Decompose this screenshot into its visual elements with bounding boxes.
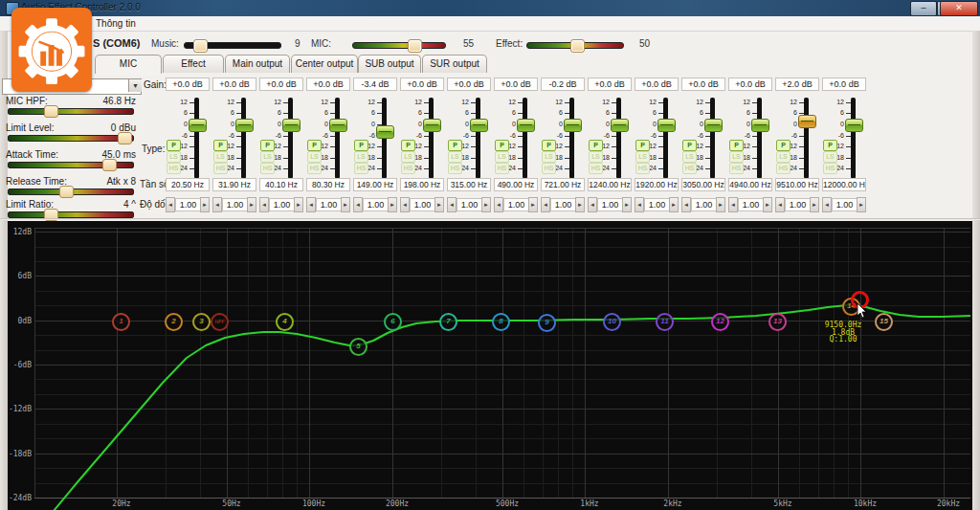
close-button[interactable]: ✕ — [940, 1, 978, 16]
band-q-value[interactable]: 1.00 — [738, 198, 764, 211]
eq-point-6[interactable]: 6 — [384, 313, 402, 331]
band-freq-value[interactable]: 31.90 Hz — [212, 178, 256, 191]
q-spinner-left-arrow[interactable]: ◄ — [400, 197, 410, 212]
band-gain-value[interactable]: +0.0 dB — [306, 78, 350, 91]
band-type-p-button[interactable]: P — [260, 140, 275, 151]
band-q-value[interactable]: 1.00 — [316, 198, 342, 211]
band-type-ls-button[interactable]: LS — [776, 151, 791, 163]
band-q-value[interactable]: 1.00 — [175, 198, 201, 211]
band-freq-value[interactable]: 40.10 Hz — [259, 178, 303, 191]
band-type-ls-button[interactable]: LS — [823, 151, 837, 163]
q-spinner-left-arrow[interactable]: ◄ — [588, 197, 597, 212]
q-spinner-right-arrow[interactable]: ► — [388, 197, 397, 212]
band-fader-handle[interactable] — [423, 119, 441, 132]
band-gain-value[interactable]: +0.0 dB — [166, 78, 210, 91]
band-type-p-button[interactable]: P — [635, 140, 650, 151]
q-spinner-right-arrow[interactable]: ► — [200, 197, 210, 212]
band-type-ls-button[interactable]: LS — [401, 151, 415, 163]
band-q-value[interactable]: 1.00 — [644, 198, 670, 211]
band-q-value[interactable]: 1.00 — [785, 198, 811, 211]
q-spinner-left-arrow[interactable]: ◄ — [775, 197, 785, 212]
band-fader-handle[interactable] — [376, 125, 394, 139]
band-fader-track[interactable] — [523, 98, 527, 179]
band-freq-value[interactable]: 721.00 Hz — [541, 178, 585, 191]
combo-dropdown-icon[interactable]: ▼ — [128, 79, 142, 92]
band-fader-track[interactable] — [241, 98, 246, 179]
band-freq-value[interactable]: 1240.00 Hz — [588, 178, 632, 191]
band-type-p-button[interactable]: P — [589, 140, 603, 151]
tab-sur-output[interactable]: SUR output — [422, 55, 487, 73]
band-fader-track[interactable] — [710, 98, 715, 179]
band-fader-track[interactable] — [663, 98, 668, 179]
band-freq-value[interactable]: 490.00 Hz — [494, 178, 538, 191]
band-fader-handle[interactable] — [751, 119, 769, 132]
eq-point-4[interactable]: 4 — [276, 313, 294, 331]
band-type-hs-button[interactable]: HS — [823, 163, 837, 174]
band-type-p-button[interactable]: P — [776, 140, 791, 151]
band-q-value[interactable]: 1.00 — [503, 198, 529, 211]
band-type-hs-button[interactable]: HS — [589, 163, 603, 174]
band-fader-handle[interactable] — [657, 119, 676, 132]
limit-ratio-slider[interactable] — [8, 211, 134, 218]
q-spinner-left-arrow[interactable]: ◄ — [353, 197, 363, 212]
band-type-ls-button[interactable]: LS — [682, 151, 697, 163]
q-spinner-left-arrow[interactable]: ◄ — [494, 197, 503, 212]
band-type-hs-button[interactable]: HS — [635, 163, 650, 174]
menu-item-thong-tin[interactable]: Thông tin — [92, 17, 140, 30]
band-fader-handle[interactable] — [845, 119, 863, 132]
band-gain-value[interactable]: +0.0 dB — [822, 78, 866, 91]
tab-main-output[interactable]: Main output — [225, 55, 290, 73]
tab-mic[interactable]: MIC — [95, 55, 162, 74]
band-type-hs-button[interactable]: HS — [354, 163, 368, 174]
band-gain-value[interactable]: -0.2 dB — [541, 78, 585, 91]
band-gain-value[interactable]: +0.0 dB — [447, 78, 491, 91]
eq-point-9[interactable]: 9 — [538, 314, 556, 332]
eq-point-10[interactable]: 10 — [603, 313, 621, 331]
q-spinner-right-arrow[interactable]: ► — [763, 197, 772, 212]
band-freq-value[interactable]: 12000.00 Hz — [822, 178, 866, 191]
band-type-p-button[interactable]: P — [542, 140, 556, 151]
band-q-value[interactable]: 1.00 — [410, 198, 435, 211]
band-type-hs-button[interactable]: HS — [448, 163, 462, 174]
band-type-hs-button[interactable]: HS — [776, 163, 791, 174]
band-type-hs-button[interactable]: HS — [495, 163, 509, 174]
band-q-value[interactable]: 1.00 — [363, 198, 389, 211]
band-fader-handle[interactable] — [282, 119, 301, 132]
eq-point-3[interactable]: 3 — [192, 313, 211, 331]
limit-level-slider[interactable] — [8, 135, 134, 142]
band-type-p-button[interactable]: P — [401, 140, 415, 151]
band-type-p-button[interactable]: P — [307, 140, 322, 151]
band-type-p-button[interactable]: P — [213, 140, 228, 151]
band-type-p-button[interactable]: P — [729, 140, 744, 151]
eq-point-2[interactable]: 2 — [165, 313, 183, 331]
band-type-hs-button[interactable]: HS — [401, 163, 415, 174]
band-q-value[interactable]: 1.00 — [550, 198, 576, 211]
release-time-slider[interactable] — [8, 188, 134, 195]
eq-point-12[interactable]: 12 — [711, 313, 729, 331]
band-freq-value[interactable]: 3050.00 Hz — [681, 178, 725, 191]
mic-slider-handle[interactable] — [408, 39, 422, 53]
mic-hpf-slider-handle[interactable] — [44, 105, 58, 118]
band-gain-value[interactable]: -3.4 dB — [353, 78, 397, 91]
band-freq-value[interactable]: 1920.00 Hz — [635, 178, 679, 191]
band-fader-track[interactable] — [804, 98, 809, 179]
band-fader-track[interactable] — [569, 98, 574, 179]
music-slider[interactable] — [184, 42, 281, 49]
band-fader-handle[interactable] — [189, 119, 207, 132]
band-freq-value[interactable]: 198.00 Hz — [400, 178, 444, 191]
q-spinner-left-arrow[interactable]: ◄ — [306, 197, 316, 212]
band-type-hs-button[interactable]: HS — [682, 163, 697, 174]
eq-point-13[interactable]: 13 — [768, 313, 787, 331]
band-q-value[interactable]: 1.00 — [457, 198, 482, 211]
band-fader-handle[interactable] — [235, 119, 254, 132]
effect-slider[interactable] — [526, 42, 624, 49]
band-type-ls-button[interactable]: LS — [354, 151, 368, 163]
attack-time-slider[interactable] — [8, 162, 134, 168]
band-fader-handle[interactable] — [798, 115, 816, 128]
band-fader-track[interactable] — [194, 98, 199, 179]
band-type-p-button[interactable]: P — [823, 140, 837, 151]
band-fader-track[interactable] — [476, 98, 480, 179]
band-fader-handle[interactable] — [329, 119, 347, 132]
band-type-hs-button[interactable]: HS — [167, 163, 181, 174]
q-spinner-left-arrow[interactable]: ◄ — [541, 197, 550, 212]
